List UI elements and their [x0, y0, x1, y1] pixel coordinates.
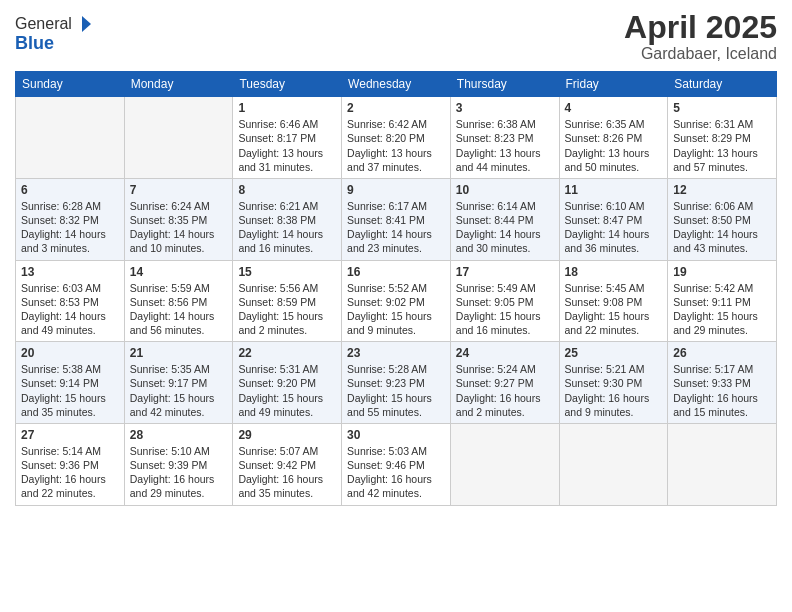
day-number: 15: [238, 265, 336, 279]
calendar-day-cell: [668, 423, 777, 505]
day-info: Sunrise: 6:38 AMSunset: 8:23 PMDaylight:…: [456, 117, 554, 174]
calendar-day-cell: 15Sunrise: 5:56 AMSunset: 8:59 PMDayligh…: [233, 260, 342, 342]
calendar-day-cell: 25Sunrise: 5:21 AMSunset: 9:30 PMDayligh…: [559, 342, 668, 424]
day-info: Sunrise: 5:45 AMSunset: 9:08 PMDaylight:…: [565, 281, 663, 338]
day-number: 11: [565, 183, 663, 197]
calendar-week-row: 13Sunrise: 6:03 AMSunset: 8:53 PMDayligh…: [16, 260, 777, 342]
day-number: 28: [130, 428, 228, 442]
day-info: Sunrise: 6:03 AMSunset: 8:53 PMDaylight:…: [21, 281, 119, 338]
calendar-day-cell: [124, 97, 233, 179]
calendar-day-cell: 13Sunrise: 6:03 AMSunset: 8:53 PMDayligh…: [16, 260, 125, 342]
day-number: 26: [673, 346, 771, 360]
calendar-day-cell: 1Sunrise: 6:46 AMSunset: 8:17 PMDaylight…: [233, 97, 342, 179]
day-info: Sunrise: 5:49 AMSunset: 9:05 PMDaylight:…: [456, 281, 554, 338]
calendar-day-cell: 5Sunrise: 6:31 AMSunset: 8:29 PMDaylight…: [668, 97, 777, 179]
page: General Blue April 2025 Gardabaer, Icela…: [0, 0, 792, 612]
calendar-title: April 2025: [624, 10, 777, 45]
logo-flag-icon: [73, 15, 91, 33]
day-number: 1: [238, 101, 336, 115]
day-info: Sunrise: 6:17 AMSunset: 8:41 PMDaylight:…: [347, 199, 445, 256]
calendar-day-cell: 21Sunrise: 5:35 AMSunset: 9:17 PMDayligh…: [124, 342, 233, 424]
calendar-day-cell: 22Sunrise: 5:31 AMSunset: 9:20 PMDayligh…: [233, 342, 342, 424]
day-info: Sunrise: 6:21 AMSunset: 8:38 PMDaylight:…: [238, 199, 336, 256]
title-block: April 2025 Gardabaer, Iceland: [624, 10, 777, 63]
calendar-week-row: 27Sunrise: 5:14 AMSunset: 9:36 PMDayligh…: [16, 423, 777, 505]
day-info: Sunrise: 5:10 AMSunset: 9:39 PMDaylight:…: [130, 444, 228, 501]
day-number: 9: [347, 183, 445, 197]
day-info: Sunrise: 5:52 AMSunset: 9:02 PMDaylight:…: [347, 281, 445, 338]
day-number: 14: [130, 265, 228, 279]
day-number: 25: [565, 346, 663, 360]
day-info: Sunrise: 6:46 AMSunset: 8:17 PMDaylight:…: [238, 117, 336, 174]
calendar-day-cell: 11Sunrise: 6:10 AMSunset: 8:47 PMDayligh…: [559, 178, 668, 260]
calendar-day-cell: 18Sunrise: 5:45 AMSunset: 9:08 PMDayligh…: [559, 260, 668, 342]
day-number: 17: [456, 265, 554, 279]
weekday-header-wednesday: Wednesday: [342, 72, 451, 97]
weekday-header-thursday: Thursday: [450, 72, 559, 97]
calendar-day-cell: [16, 97, 125, 179]
day-number: 27: [21, 428, 119, 442]
day-info: Sunrise: 5:35 AMSunset: 9:17 PMDaylight:…: [130, 362, 228, 419]
weekday-header-saturday: Saturday: [668, 72, 777, 97]
day-number: 13: [21, 265, 119, 279]
calendar-day-cell: 7Sunrise: 6:24 AMSunset: 8:35 PMDaylight…: [124, 178, 233, 260]
day-number: 6: [21, 183, 119, 197]
weekday-header-tuesday: Tuesday: [233, 72, 342, 97]
day-number: 8: [238, 183, 336, 197]
day-number: 22: [238, 346, 336, 360]
day-info: Sunrise: 6:42 AMSunset: 8:20 PMDaylight:…: [347, 117, 445, 174]
day-number: 5: [673, 101, 771, 115]
calendar-table: SundayMondayTuesdayWednesdayThursdayFrid…: [15, 71, 777, 505]
calendar-day-cell: 28Sunrise: 5:10 AMSunset: 9:39 PMDayligh…: [124, 423, 233, 505]
calendar-week-row: 1Sunrise: 6:46 AMSunset: 8:17 PMDaylight…: [16, 97, 777, 179]
day-number: 29: [238, 428, 336, 442]
calendar-day-cell: 17Sunrise: 5:49 AMSunset: 9:05 PMDayligh…: [450, 260, 559, 342]
calendar-day-cell: 27Sunrise: 5:14 AMSunset: 9:36 PMDayligh…: [16, 423, 125, 505]
day-number: 4: [565, 101, 663, 115]
calendar-day-cell: 2Sunrise: 6:42 AMSunset: 8:20 PMDaylight…: [342, 97, 451, 179]
day-info: Sunrise: 5:14 AMSunset: 9:36 PMDaylight:…: [21, 444, 119, 501]
day-info: Sunrise: 5:07 AMSunset: 9:42 PMDaylight:…: [238, 444, 336, 501]
calendar-day-cell: 20Sunrise: 5:38 AMSunset: 9:14 PMDayligh…: [16, 342, 125, 424]
calendar-day-cell: 4Sunrise: 6:35 AMSunset: 8:26 PMDaylight…: [559, 97, 668, 179]
day-info: Sunrise: 5:17 AMSunset: 9:33 PMDaylight:…: [673, 362, 771, 419]
day-number: 21: [130, 346, 228, 360]
calendar-day-cell: 26Sunrise: 5:17 AMSunset: 9:33 PMDayligh…: [668, 342, 777, 424]
logo-general-text: General: [15, 15, 72, 33]
day-number: 7: [130, 183, 228, 197]
day-info: Sunrise: 5:56 AMSunset: 8:59 PMDaylight:…: [238, 281, 336, 338]
header: General Blue April 2025 Gardabaer, Icela…: [15, 10, 777, 63]
day-number: 10: [456, 183, 554, 197]
day-info: Sunrise: 6:06 AMSunset: 8:50 PMDaylight:…: [673, 199, 771, 256]
calendar-day-cell: 29Sunrise: 5:07 AMSunset: 9:42 PMDayligh…: [233, 423, 342, 505]
weekday-header-row: SundayMondayTuesdayWednesdayThursdayFrid…: [16, 72, 777, 97]
day-number: 18: [565, 265, 663, 279]
logo-blue-text: Blue: [15, 33, 54, 53]
calendar-day-cell: 10Sunrise: 6:14 AMSunset: 8:44 PMDayligh…: [450, 178, 559, 260]
day-info: Sunrise: 5:59 AMSunset: 8:56 PMDaylight:…: [130, 281, 228, 338]
day-number: 3: [456, 101, 554, 115]
day-info: Sunrise: 5:28 AMSunset: 9:23 PMDaylight:…: [347, 362, 445, 419]
logo: General Blue: [15, 15, 92, 54]
day-info: Sunrise: 6:31 AMSunset: 8:29 PMDaylight:…: [673, 117, 771, 174]
day-info: Sunrise: 6:35 AMSunset: 8:26 PMDaylight:…: [565, 117, 663, 174]
day-number: 2: [347, 101, 445, 115]
calendar-subtitle: Gardabaer, Iceland: [624, 45, 777, 63]
calendar-day-cell: [559, 423, 668, 505]
day-number: 12: [673, 183, 771, 197]
calendar-day-cell: 12Sunrise: 6:06 AMSunset: 8:50 PMDayligh…: [668, 178, 777, 260]
day-number: 16: [347, 265, 445, 279]
day-info: Sunrise: 6:14 AMSunset: 8:44 PMDaylight:…: [456, 199, 554, 256]
day-info: Sunrise: 5:21 AMSunset: 9:30 PMDaylight:…: [565, 362, 663, 419]
day-number: 24: [456, 346, 554, 360]
day-info: Sunrise: 5:42 AMSunset: 9:11 PMDaylight:…: [673, 281, 771, 338]
day-info: Sunrise: 5:38 AMSunset: 9:14 PMDaylight:…: [21, 362, 119, 419]
calendar-week-row: 20Sunrise: 5:38 AMSunset: 9:14 PMDayligh…: [16, 342, 777, 424]
day-number: 30: [347, 428, 445, 442]
calendar-day-cell: 6Sunrise: 6:28 AMSunset: 8:32 PMDaylight…: [16, 178, 125, 260]
calendar-day-cell: 19Sunrise: 5:42 AMSunset: 9:11 PMDayligh…: [668, 260, 777, 342]
day-info: Sunrise: 5:24 AMSunset: 9:27 PMDaylight:…: [456, 362, 554, 419]
calendar-day-cell: 14Sunrise: 5:59 AMSunset: 8:56 PMDayligh…: [124, 260, 233, 342]
day-number: 20: [21, 346, 119, 360]
day-info: Sunrise: 5:03 AMSunset: 9:46 PMDaylight:…: [347, 444, 445, 501]
